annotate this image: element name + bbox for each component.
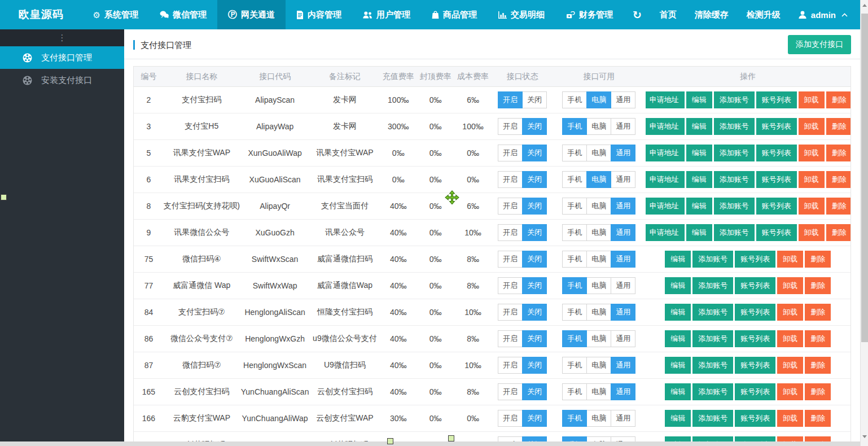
account-list-button[interactable]: 账号列表	[735, 357, 775, 374]
device-universal-button[interactable]: 通用	[611, 383, 635, 400]
delete-button[interactable]: 删除	[826, 224, 851, 241]
status-close-button[interactable]: 关闭	[522, 277, 547, 294]
device-universal-button[interactable]: 通用	[611, 171, 635, 188]
device-pc-button[interactable]: 电脑	[586, 224, 611, 241]
sidebar-item-payment-interface[interactable]: 支付接口管理	[0, 46, 124, 69]
device-mobile-button[interactable]: 手机	[562, 383, 587, 400]
status-open-button[interactable]: 开启	[498, 198, 523, 215]
edit-button[interactable]: 编辑	[686, 198, 712, 215]
device-mobile-button[interactable]: 手机	[562, 145, 587, 161]
add-account-button[interactable]: 添加账号	[692, 383, 733, 400]
status-open-button[interactable]: 开启	[498, 383, 523, 400]
add-account-button[interactable]: 添加账号	[714, 171, 755, 188]
device-pc-button[interactable]: 电脑	[586, 383, 611, 400]
nav-item-transactions[interactable]: 交易明细	[488, 0, 555, 29]
nav-item-users[interactable]: 用户管理	[352, 0, 421, 29]
check-upgrade-link[interactable]: 检测升级	[738, 0, 790, 29]
apply-url-button[interactable]: 申请地址	[646, 224, 685, 241]
device-universal-button[interactable]: 通用	[611, 304, 635, 321]
device-pc-button[interactable]: 电脑	[586, 198, 611, 215]
admin-menu[interactable]: admin	[790, 0, 860, 29]
nav-item-finance[interactable]: 财务管理	[555, 0, 624, 29]
nav-item-goods[interactable]: 商品管理	[421, 0, 488, 29]
status-open-button[interactable]: 开启	[498, 171, 523, 188]
device-pc-button[interactable]: 电脑	[586, 357, 611, 374]
status-open-button[interactable]: 开启	[498, 118, 523, 135]
apply-url-button[interactable]: 申请地址	[646, 118, 685, 135]
delete-button[interactable]: 删除	[805, 277, 831, 294]
account-list-button[interactable]: 账号列表	[756, 91, 797, 108]
account-list-button[interactable]: 账号列表	[735, 330, 775, 347]
account-list-button[interactable]: 账号列表	[756, 224, 797, 241]
status-open-button[interactable]: 开启	[498, 410, 523, 427]
add-account-button[interactable]: 添加账号	[692, 277, 733, 294]
device-mobile-button[interactable]: 手机	[562, 224, 587, 241]
status-open-button[interactable]: 开启	[498, 224, 523, 241]
add-account-button[interactable]: 添加账号	[714, 198, 755, 215]
edit-button[interactable]: 编辑	[665, 277, 691, 294]
scroll-down-arrow-icon[interactable]	[861, 432, 868, 440]
device-universal-button[interactable]: 通用	[611, 251, 635, 268]
vertical-scrollbar-thumb[interactable]	[861, 14, 868, 342]
scroll-up-arrow-icon[interactable]	[861, 1, 868, 9]
edit-button[interactable]: 编辑	[665, 304, 691, 321]
account-list-button[interactable]: 账号列表	[756, 145, 797, 161]
status-close-button[interactable]: 关闭	[522, 198, 547, 215]
device-mobile-button[interactable]: 手机	[562, 357, 587, 374]
device-universal-button[interactable]: 通用	[611, 224, 635, 241]
sidebar-item-install-interface[interactable]: 安装支付接口	[0, 69, 124, 91]
delete-button[interactable]: 删除	[805, 251, 831, 268]
status-close-button[interactable]: 关闭	[522, 171, 547, 188]
status-open-button[interactable]: 开启	[498, 330, 523, 347]
delete-button[interactable]: 删除	[826, 198, 851, 215]
device-mobile-button[interactable]: 手机	[562, 304, 587, 321]
add-account-button[interactable]: 添加账号	[692, 330, 733, 347]
apply-url-button[interactable]: 申请地址	[646, 145, 685, 161]
edit-button[interactable]: 编辑	[686, 145, 712, 161]
device-universal-button[interactable]: 通用	[611, 357, 635, 374]
account-list-button[interactable]: 账号列表	[756, 118, 797, 135]
uninstall-button[interactable]: 卸载	[799, 145, 825, 161]
device-mobile-button[interactable]: 手机	[562, 171, 587, 188]
delete-button[interactable]: 删除	[805, 410, 831, 427]
edit-button[interactable]: 编辑	[665, 251, 691, 268]
device-universal-button[interactable]: 通用	[611, 198, 635, 215]
status-close-button[interactable]: 关闭	[522, 357, 547, 374]
apply-url-button[interactable]: 申请地址	[646, 91, 685, 108]
account-list-button[interactable]: 账号列表	[735, 410, 775, 427]
sidebar-collapse-toggle[interactable]: ⋮	[0, 29, 124, 46]
status-close-button[interactable]: 关闭	[522, 304, 547, 321]
device-pc-button[interactable]: 电脑	[586, 410, 611, 427]
device-universal-button[interactable]: 通用	[611, 277, 635, 294]
uninstall-button[interactable]: 卸载	[777, 251, 803, 268]
status-close-button[interactable]: 关闭	[522, 145, 547, 161]
add-account-button[interactable]: 添加账号	[714, 118, 755, 135]
account-list-button[interactable]: 账号列表	[756, 198, 797, 215]
edit-button[interactable]: 编辑	[686, 224, 712, 241]
status-close-button[interactable]: 关闭	[522, 330, 547, 347]
add-account-button[interactable]: 添加账号	[714, 91, 755, 108]
device-mobile-button[interactable]: 手机	[562, 330, 587, 347]
refresh-button[interactable]: ↻	[624, 0, 651, 29]
account-list-button[interactable]: 账号列表	[735, 304, 775, 321]
delete-button[interactable]: 删除	[826, 171, 851, 188]
clear-cache-link[interactable]: 清除缓存	[686, 0, 738, 29]
uninstall-button[interactable]: 卸载	[799, 118, 825, 135]
account-list-button[interactable]: 账号列表	[756, 171, 797, 188]
account-list-button[interactable]: 账号列表	[735, 277, 775, 294]
device-pc-button[interactable]: 电脑	[586, 118, 611, 135]
add-account-button[interactable]: 添加账号	[692, 304, 733, 321]
status-close-button[interactable]: 关闭	[522, 91, 547, 108]
edit-button[interactable]: 编辑	[686, 91, 712, 108]
account-list-button[interactable]: 账号列表	[735, 251, 775, 268]
uninstall-button[interactable]: 卸载	[777, 277, 803, 294]
device-pc-button[interactable]: 电脑	[586, 277, 611, 294]
home-link[interactable]: 首页	[651, 0, 686, 29]
vertical-scrollbar[interactable]	[860, 0, 868, 446]
apply-url-button[interactable]: 申请地址	[646, 198, 685, 215]
device-pc-button[interactable]: 电脑	[586, 330, 611, 347]
delete-button[interactable]: 删除	[805, 357, 831, 374]
edit-button[interactable]: 编辑	[665, 410, 691, 427]
edit-button[interactable]: 编辑	[686, 171, 712, 188]
edit-button[interactable]: 编辑	[686, 118, 712, 135]
